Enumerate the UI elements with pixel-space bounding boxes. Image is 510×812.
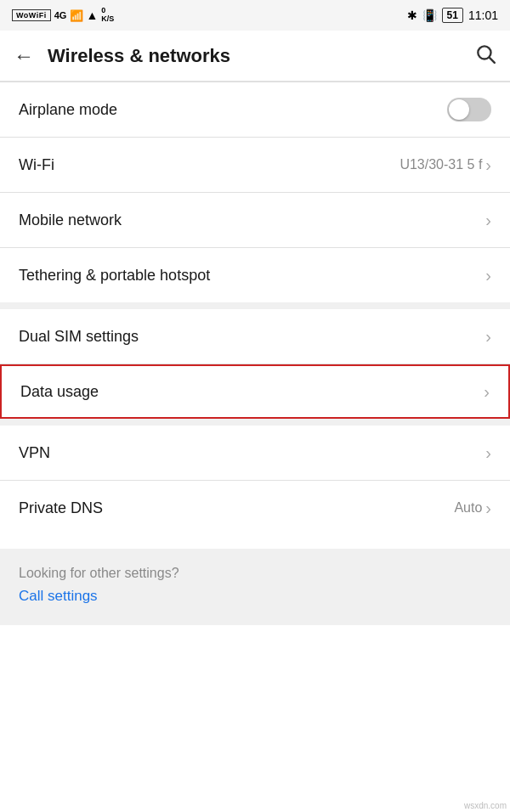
tethering-right: › <box>485 266 491 285</box>
clock: 11:01 <box>468 8 498 22</box>
watermark: wsxdn.com <box>464 801 507 810</box>
setting-item-wifi[interactable]: Wi-Fi U13/30-31 5 f › <box>0 138 510 192</box>
private-dns-label: Private DNS <box>19 499 103 517</box>
page-title: Wireless & networks <box>48 45 474 67</box>
tethering-chevron-icon: › <box>485 266 491 285</box>
bluetooth-icon: ✱ <box>407 8 417 22</box>
vpn-label: VPN <box>19 444 50 462</box>
vpn-chevron-icon: › <box>485 443 491 463</box>
signal-4g: 4G <box>54 10 67 20</box>
private-dns-chevron-icon: › <box>485 499 491 518</box>
data-usage-chevron-icon: › <box>484 382 490 402</box>
setting-item-vpn[interactable]: VPN › <box>0 426 510 480</box>
setting-item-private-dns[interactable]: Private DNS Auto › <box>0 481 510 535</box>
wifi-chevron-icon: › <box>485 155 491 175</box>
mobile-network-label: Mobile network <box>19 211 122 229</box>
status-left: WoWiFi 4G 📶 ▲ 0K/S <box>12 7 114 24</box>
setting-item-data-usage[interactable]: Data usage › <box>0 364 510 419</box>
signal-bars: 📶 <box>70 9 82 22</box>
mobile-network-chevron-icon: › <box>485 211 491 230</box>
section-divider-2 <box>0 419 510 426</box>
data-usage-label: Data usage <box>20 383 99 401</box>
section-divider-1 <box>0 302 510 309</box>
wifi-label: Wi-Fi <box>19 156 54 174</box>
wifi-value: U13/30-31 5 f <box>400 157 482 172</box>
bottom-card-text: Looking for other settings? <box>19 566 491 581</box>
call-settings-link[interactable]: Call settings <box>19 588 491 605</box>
wifi-right: U13/30-31 5 f › <box>400 155 491 175</box>
tethering-label: Tethering & portable hotspot <box>19 267 210 285</box>
status-bar: WoWiFi 4G 📶 ▲ 0K/S ✱ 📳 51 11:01 <box>0 0 510 31</box>
private-dns-right: Auto › <box>454 499 491 518</box>
battery-indicator: 51 <box>442 8 463 23</box>
airplane-mode-toggle[interactable] <box>447 98 491 121</box>
setting-item-tethering[interactable]: Tethering & portable hotspot › <box>0 248 510 302</box>
dual-sim-right: › <box>485 327 491 347</box>
setting-item-dual-sim[interactable]: Dual SIM settings › <box>0 309 510 364</box>
status-right: ✱ 📳 51 11:01 <box>407 8 498 23</box>
mobile-network-right: › <box>485 211 491 230</box>
setting-item-mobile-network[interactable]: Mobile network › <box>0 193 510 247</box>
app-bar: ← Wireless & networks <box>0 31 510 82</box>
vibrate-icon: 📳 <box>422 8 437 22</box>
data-usage-right: › <box>484 382 490 402</box>
private-dns-value: Auto <box>454 500 482 516</box>
wifi-signal-icon: ▲ <box>86 8 98 22</box>
setting-item-airplane-mode[interactable]: Airplane mode <box>0 82 510 137</box>
svg-line-1 <box>490 57 495 62</box>
bottom-card: Looking for other settings? Call setting… <box>0 549 510 625</box>
airplane-mode-label: Airplane mode <box>19 101 117 119</box>
back-button[interactable]: ← <box>14 44 34 68</box>
toggle-knob <box>449 99 469 120</box>
vpn-right: › <box>485 443 491 463</box>
data-speed: 0K/S <box>101 7 114 24</box>
dual-sim-label: Dual SIM settings <box>19 328 139 346</box>
search-button[interactable] <box>474 42 496 70</box>
dual-sim-chevron-icon: › <box>485 327 491 347</box>
vowifi-icon: WoWiFi <box>12 9 51 21</box>
